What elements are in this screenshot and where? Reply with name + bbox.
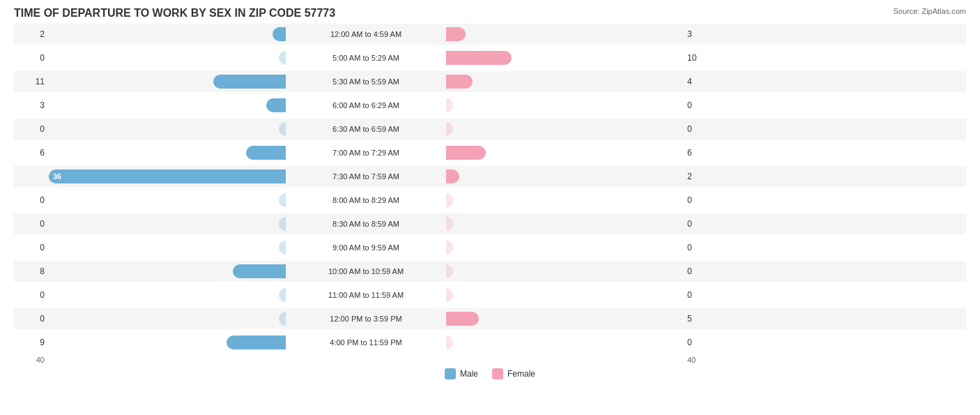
female-bar <box>446 98 453 112</box>
left-value: 0 <box>14 243 49 252</box>
left-bar-area <box>49 288 286 302</box>
female-bar <box>446 264 453 278</box>
bar-row: 810:00 AM to 10:59 AM0 <box>14 261 966 282</box>
bar-row: 06:30 AM to 6:59 AM0 <box>14 119 966 139</box>
male-color-swatch <box>445 368 456 379</box>
right-value: 3 <box>683 29 718 39</box>
bar-row: 012:00 PM to 3:59 PM5 <box>14 308 966 329</box>
female-bar <box>446 335 453 349</box>
left-value: 0 <box>14 53 49 63</box>
right-bar-area <box>446 217 683 231</box>
left-bar-area <box>49 335 286 349</box>
chart-area: 212:00 AM to 4:59 AM305:00 AM to 5:29 AM… <box>14 24 966 353</box>
bar-row: 367:30 AM to 7:59 AM2 <box>14 166 966 187</box>
right-value: 10 <box>683 53 718 63</box>
bar-row: 05:00 AM to 5:29 AM10 <box>14 47 966 68</box>
female-bar <box>446 288 453 302</box>
right-value: 0 <box>683 266 718 276</box>
male-bar <box>279 312 286 326</box>
time-label: 5:00 AM to 5:29 AM <box>286 54 446 62</box>
left-value: 11 <box>14 77 49 86</box>
time-label: 9:00 AM to 9:59 AM <box>286 243 446 252</box>
female-label: Female <box>507 369 535 379</box>
right-bar-area <box>446 241 683 255</box>
right-value: 0 <box>683 219 718 229</box>
chart-container: TIME OF DEPARTURE TO WORK BY SEX IN ZIP … <box>0 0 980 415</box>
time-label: 7:00 AM to 7:29 AM <box>286 149 446 157</box>
time-label: 7:30 AM to 7:59 AM <box>286 172 446 181</box>
bar-row: 08:30 AM to 8:59 AM0 <box>14 213 966 234</box>
right-value: 6 <box>683 148 718 158</box>
male-bar <box>273 27 286 41</box>
source-text: Source: ZipAtlas.com <box>893 7 966 15</box>
time-label: 6:00 AM to 6:29 AM <box>286 101 446 110</box>
right-bar-area <box>446 51 683 65</box>
male-bar <box>233 264 286 278</box>
left-value: 2 <box>14 29 49 39</box>
female-bar <box>446 312 479 326</box>
left-bar-area <box>49 122 286 136</box>
time-label: 11:00 AM to 11:59 AM <box>286 291 446 299</box>
female-bar <box>446 217 453 231</box>
right-bar-area <box>446 264 683 278</box>
female-bar <box>446 122 453 136</box>
chart-legend: Male Female <box>14 368 966 379</box>
female-bar <box>446 193 453 207</box>
right-value: 4 <box>683 77 718 86</box>
left-value: 0 <box>14 219 49 229</box>
right-value: 5 <box>683 314 718 324</box>
left-value: 9 <box>14 338 49 347</box>
chart-title: TIME OF DEPARTURE TO WORK BY SEX IN ZIP … <box>14 7 966 20</box>
female-bar <box>446 27 466 41</box>
axis-row: 40 40 <box>14 356 966 364</box>
male-bar <box>266 98 286 112</box>
right-bar-area <box>446 169 683 183</box>
left-bar-area <box>49 193 286 207</box>
right-value: 0 <box>683 124 718 134</box>
male-bar <box>227 335 286 349</box>
left-value: 8 <box>14 266 49 276</box>
female-bar <box>446 75 473 89</box>
female-bar <box>446 146 486 160</box>
right-bar-area <box>446 146 683 160</box>
right-bar-area <box>446 288 683 302</box>
bar-row: 011:00 AM to 11:59 AM0 <box>14 285 966 305</box>
right-bar-area <box>446 27 683 41</box>
left-bar-area <box>49 51 286 65</box>
time-label: 4:00 PM to 11:59 PM <box>286 338 446 347</box>
right-value: 0 <box>683 338 718 347</box>
time-label: 8:00 AM to 8:29 AM <box>286 196 446 204</box>
right-value: 2 <box>683 172 718 181</box>
left-bar-area <box>49 75 286 89</box>
left-bar-area <box>49 146 286 160</box>
male-label: Male <box>460 369 478 379</box>
time-label: 12:00 PM to 3:59 PM <box>286 315 446 323</box>
legend-male: Male <box>445 368 478 379</box>
left-value: 6 <box>14 148 49 158</box>
legend-female: Female <box>492 368 535 379</box>
female-bar <box>446 51 512 65</box>
time-label: 12:00 AM to 4:59 AM <box>286 30 446 38</box>
female-bar <box>446 241 453 255</box>
time-label: 5:30 AM to 5:59 AM <box>286 77 446 86</box>
left-value: 0 <box>14 290 49 300</box>
left-value: 0 <box>14 124 49 134</box>
male-bar <box>279 51 286 65</box>
male-bar <box>279 193 286 207</box>
right-value: 0 <box>683 290 718 300</box>
left-bar-area <box>49 217 286 231</box>
left-bar-area <box>49 312 286 326</box>
bar-row: 212:00 AM to 4:59 AM3 <box>14 24 966 45</box>
female-bar <box>446 169 459 183</box>
female-color-swatch <box>492 368 503 379</box>
bar-row: 94:00 PM to 11:59 PM0 <box>14 332 966 353</box>
bar-row: 67:00 AM to 7:29 AM6 <box>14 142 966 163</box>
male-bar: 36 <box>49 169 286 183</box>
bar-row: 115:30 AM to 5:59 AM4 <box>14 71 966 92</box>
right-bar-area <box>446 335 683 349</box>
right-bar-area <box>446 312 683 326</box>
male-bar <box>213 75 286 89</box>
right-bar-area <box>446 193 683 207</box>
left-bar-area: 36 <box>49 169 286 183</box>
axis-left-label: 40 <box>14 356 49 364</box>
